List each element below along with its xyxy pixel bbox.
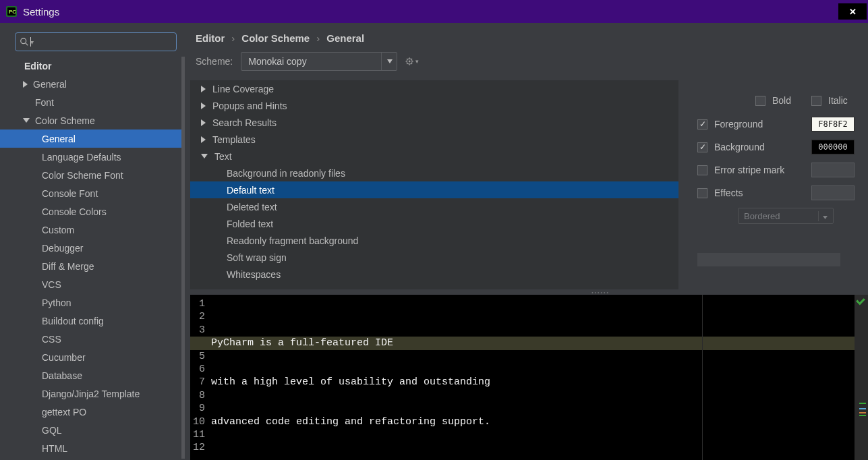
gutter: 123456 789101112: [190, 295, 208, 460]
sidebar-item-custom[interactable]: Custom: [0, 221, 181, 239]
sidebar-item-cucumber[interactable]: Cucumber: [0, 348, 181, 366]
chevron-right-icon: [23, 81, 28, 88]
window-title: Settings: [23, 6, 59, 18]
cat-label: Popups and Hints: [212, 100, 287, 111]
sidebar-item-gql[interactable]: GQL: [0, 421, 181, 439]
sidebar-item-cs-general[interactable]: General: [0, 130, 181, 148]
code-area[interactable]: PyCharm is a full-featured IDE with a hi…: [208, 295, 855, 460]
app-icon: PC: [5, 5, 18, 18]
sidebar-item-label: Color Scheme: [35, 115, 95, 126]
foreground-checkbox[interactable]: [697, 119, 707, 130]
sidebar-item-python[interactable]: Python: [0, 293, 181, 312]
sidebar-item-vcs[interactable]: VCS: [0, 275, 181, 293]
sidebar-item-html[interactable]: HTML: [0, 439, 181, 457]
sidebar-item-css[interactable]: CSS: [0, 330, 181, 348]
background-swatch[interactable]: 000000: [811, 140, 855, 154]
background-label: Background: [714, 142, 805, 152]
sidebar-item-font[interactable]: Font: [0, 93, 181, 111]
cat-text[interactable]: Text: [190, 148, 678, 165]
preview-line: PyCharm is a full-featured IDE: [211, 337, 855, 349]
main-pane: Editor › Color Scheme › General Scheme: …: [185, 23, 868, 460]
italic-checkbox[interactable]: [811, 96, 821, 106]
ok-indicator-icon: [856, 297, 865, 306]
preview-line: [211, 455, 855, 460]
cat-bg-readonly[interactable]: Background in readonly files: [190, 165, 678, 181]
properties-panel: Bold Italic Foreground F8F8F2 Background…: [678, 80, 868, 289]
scheme-value: Monokai copy: [248, 56, 306, 67]
foreground-swatch[interactable]: F8F8F2: [811, 117, 855, 132]
titlebar: PC Settings ✕: [0, 0, 868, 23]
chevron-right-icon: ›: [316, 32, 320, 44]
error-stripe-checkbox[interactable]: [697, 165, 707, 175]
svg-marker-16: [823, 216, 828, 219]
cat-search-results[interactable]: Search Results: [190, 114, 678, 131]
cat-default-text[interactable]: Default text: [190, 181, 678, 198]
chevron-down-icon: [818, 211, 828, 221]
sidebar-item-general[interactable]: General: [0, 75, 181, 93]
sidebar-item-cs-font[interactable]: Color Scheme Font: [0, 166, 181, 184]
svg-line-12: [407, 59, 407, 59]
scheme-select[interactable]: Monokai copy: [241, 52, 397, 71]
sidebar-item-buildout[interactable]: Buildout config: [0, 312, 181, 330]
sidebar-item-label: General: [33, 79, 67, 90]
cat-folded-text[interactable]: Folded text: [190, 215, 678, 232]
settings-sidebar: ▾ Editor General Font Color Scheme Gener…: [0, 23, 185, 460]
sidebar-item-database[interactable]: Database: [0, 366, 181, 384]
chevron-down-icon: [381, 53, 393, 70]
cat-whitespaces[interactable]: Whitespaces: [190, 266, 678, 283]
inherit-bar: [697, 253, 840, 266]
effects-swatch[interactable]: [811, 185, 855, 200]
preview-line: with a high level of usability and outst…: [211, 376, 855, 389]
svg-line-15: [411, 59, 412, 59]
bold-checkbox[interactable]: [755, 96, 765, 106]
vertical-resizer[interactable]: ••••••: [185, 289, 868, 295]
breadcrumb: Editor › Color Scheme › General: [185, 30, 868, 52]
error-stripe[interactable]: [855, 295, 868, 460]
error-stripe-label: Error stripe mark: [714, 165, 805, 175]
sidebar-item-gettext[interactable]: gettext PO: [0, 403, 181, 421]
search-input[interactable]: ▾: [15, 32, 177, 51]
breadcrumb-editor[interactable]: Editor: [196, 32, 225, 44]
cat-label: Templates: [212, 134, 256, 145]
italic-label: Italic: [828, 95, 848, 106]
cat-popups-hints[interactable]: Popups and Hints: [190, 97, 678, 114]
cat-soft-wrap[interactable]: Soft wrap sign: [190, 249, 678, 266]
gear-icon[interactable]: ▾: [405, 55, 419, 68]
svg-text:PC: PC: [9, 9, 16, 15]
cat-readonly-fragment[interactable]: Readonly fragment background: [190, 232, 678, 249]
sidebar-item-debugger[interactable]: Debugger: [0, 239, 181, 257]
sidebar-item-console-colors[interactable]: Console Colors: [0, 202, 181, 221]
chevron-right-icon: [201, 103, 206, 109]
chevron-right-icon: [201, 136, 206, 143]
category-tree[interactable]: Line Coverage Popups and Hints Search Re…: [190, 80, 678, 289]
effects-label: Effects: [714, 188, 805, 198]
sidebar-item-django[interactable]: Django/Jinja2 Template: [0, 384, 181, 403]
effects-type-select[interactable]: Bordered: [738, 208, 834, 224]
effects-type-value: Bordered: [744, 211, 780, 221]
breadcrumb-color-scheme[interactable]: Color Scheme: [241, 32, 310, 44]
preview-editor[interactable]: 123456 789101112 PyCharm is a full-featu…: [190, 295, 868, 460]
sidebar-item-console-font[interactable]: Console Font: [0, 184, 181, 202]
error-stripe-swatch[interactable]: [811, 163, 855, 177]
breadcrumb-general: General: [326, 32, 364, 44]
background-checkbox[interactable]: [697, 142, 707, 152]
sidebar-section-editor[interactable]: Editor: [0, 57, 181, 75]
sidebar-item-language-defaults[interactable]: Language Defaults: [0, 148, 181, 166]
close-button[interactable]: ✕: [838, 3, 867, 20]
chevron-right-icon: [201, 86, 206, 92]
cat-line-coverage[interactable]: Line Coverage: [190, 80, 678, 97]
preview-line: advanced code editing and refactoring su…: [211, 415, 855, 428]
cat-templates[interactable]: Templates: [190, 131, 678, 148]
scheme-label: Scheme:: [196, 56, 233, 67]
sidebar-item-color-scheme[interactable]: Color Scheme: [0, 111, 181, 130]
effects-checkbox[interactable]: [697, 188, 707, 198]
chevron-down-icon: [201, 154, 208, 159]
cat-deleted-text[interactable]: Deleted text: [190, 198, 678, 215]
chevron-right-icon: ›: [231, 32, 235, 44]
chevron-down-icon: ▾: [415, 58, 419, 65]
cat-label: Search Results: [212, 117, 277, 128]
foreground-label: Foreground: [714, 119, 805, 130]
sidebar-item-diff-merge[interactable]: Diff & Merge: [0, 257, 181, 275]
svg-point-3: [21, 38, 26, 44]
svg-marker-5: [387, 59, 393, 63]
